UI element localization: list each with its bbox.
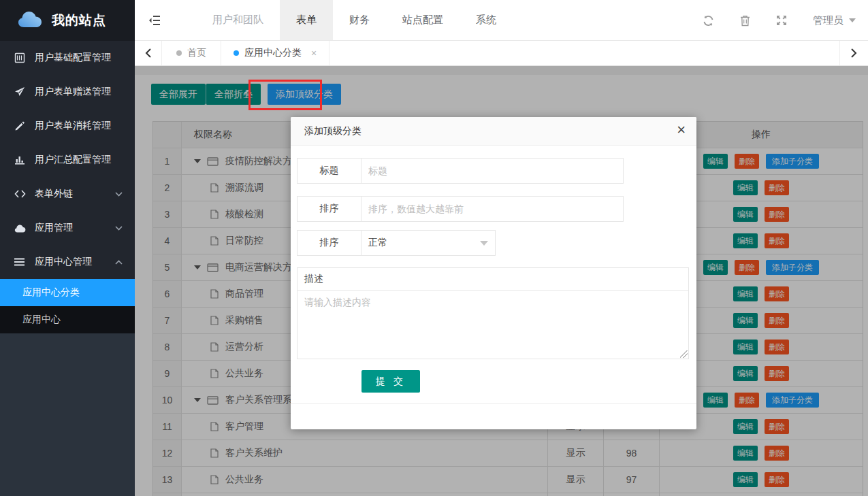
list-icon — [14, 258, 26, 266]
link-icon — [14, 189, 26, 199]
annotation-highlight-box — [248, 80, 322, 110]
sidebar-item-label: 用户表单消耗管理 — [35, 120, 123, 132]
tab-home[interactable]: 首页 — [162, 41, 221, 65]
sidebar-item-2[interactable]: 用户表单赠送管理 — [0, 75, 135, 109]
add-top-category-modal: 添加顶级分类 × 标题 排序 排序 正常 描述 提 交 — [291, 117, 696, 429]
chevron-up-icon — [115, 260, 123, 265]
top-nav: 用户和团队表单财务站点配置系统 — [196, 0, 513, 40]
sidebar-subitem-app-center[interactable]: 应用中心 — [0, 306, 135, 333]
sidebar-item-label: 表单外链 — [35, 188, 115, 200]
chart-icon — [14, 154, 26, 165]
sidebar-item-4[interactable]: 用户汇总配置管理 — [0, 143, 135, 177]
sidebar: 用户基础配置管理用户表单赠送管理用户表单消耗管理用户汇总配置管理表单外链应用管理… — [0, 41, 135, 496]
modal-footer-divider — [291, 403, 696, 404]
chevron-down-icon — [115, 226, 123, 231]
modal-header: 添加顶级分类 — [291, 117, 696, 146]
cloud-icon — [14, 224, 26, 233]
title-input[interactable] — [361, 158, 624, 184]
sidebar-collapse-icon[interactable] — [135, 0, 174, 40]
sidebar-item-7[interactable]: 应用中心管理 — [0, 245, 135, 279]
form-icon — [14, 52, 26, 63]
chevron-down-icon — [115, 192, 123, 197]
tab-status-dot — [234, 50, 239, 56]
cloud-logo-icon — [18, 10, 42, 31]
sidebar-item-6[interactable]: 应用管理 — [0, 211, 135, 245]
sidebar-item-label: 用户表单赠送管理 — [35, 86, 123, 98]
sort-field-label: 排序 — [297, 196, 361, 222]
tabs-scroll-right-icon[interactable] — [839, 41, 868, 65]
sort-form-row: 排序 — [297, 196, 624, 222]
sidebar-item-5[interactable]: 表单外链 — [0, 177, 135, 211]
submit-button[interactable]: 提 交 — [361, 370, 420, 393]
admin-user-label: 管理员 — [813, 14, 843, 27]
status-form-row: 排序 正常 — [297, 230, 496, 256]
tab-close-icon[interactable]: × — [311, 48, 317, 59]
sidebar-item-label: 应用中心管理 — [35, 256, 115, 268]
sidebar-item-label: 应用管理 — [35, 222, 115, 234]
sidebar-menu: 用户基础配置管理用户表单赠送管理用户表单消耗管理用户汇总配置管理表单外链应用管理… — [0, 41, 135, 279]
refresh-icon[interactable] — [703, 15, 714, 27]
app-window: 我的站点 用户和团队表单财务站点配置系统 管理员 用户基础配置管理用户表单赠送管… — [0, 0, 868, 496]
description-label: 描述 — [298, 268, 688, 291]
modal-close-icon[interactable]: × — [677, 122, 686, 137]
tab-app-center-category[interactable]: 应用中心分类× — [221, 41, 329, 65]
tab-label: 应用中心分类 — [244, 47, 302, 59]
trash-icon[interactable] — [740, 15, 750, 27]
top-nav-item-3[interactable]: 财务 — [333, 0, 386, 40]
description-block: 描述 — [297, 267, 689, 359]
send-icon — [14, 86, 26, 97]
top-nav-item-1[interactable]: 用户和团队 — [196, 0, 280, 40]
modal-title: 添加顶级分类 — [304, 125, 361, 137]
pen-icon — [14, 120, 26, 131]
tab-label: 首页 — [187, 47, 206, 59]
status-field-label: 排序 — [297, 230, 361, 256]
status-select-value: 正常 — [368, 237, 387, 249]
header-actions: 管理员 — [703, 0, 856, 41]
title-field-label: 标题 — [297, 158, 361, 184]
sidebar-submenu: 应用中心分类应用中心 — [0, 279, 135, 333]
top-navbar: 用户和团队表单财务站点配置系统 管理员 — [135, 0, 868, 41]
site-title: 我的站点 — [52, 12, 106, 29]
tabs-scroll-left-icon[interactable] — [135, 41, 162, 65]
title-form-row: 标题 — [297, 158, 624, 184]
sidebar-subitem-app-center-category[interactable]: 应用中心分类 — [0, 279, 135, 306]
sidebar-item-1[interactable]: 用户基础配置管理 — [0, 41, 135, 75]
sort-input[interactable] — [361, 196, 624, 222]
admin-user-dropdown[interactable]: 管理员 — [813, 14, 856, 27]
description-textarea[interactable] — [298, 291, 688, 359]
page-tabbar: 首页应用中心分类× — [135, 41, 868, 66]
tab-status-dot — [176, 50, 182, 56]
sidebar-item-label: 用户基础配置管理 — [35, 52, 123, 64]
top-nav-item-4[interactable]: 站点配置 — [386, 0, 460, 40]
top-nav-item-5[interactable]: 系统 — [460, 0, 513, 40]
logo-area: 我的站点 — [0, 0, 135, 41]
status-select[interactable]: 正常 — [361, 230, 496, 256]
textarea-resize-grip-icon[interactable] — [680, 350, 688, 358]
select-caret-icon — [480, 241, 488, 246]
sidebar-item-3[interactable]: 用户表单消耗管理 — [0, 109, 135, 143]
fullscreen-icon[interactable] — [776, 15, 787, 26]
caret-down-icon — [849, 18, 856, 22]
top-nav-item-2[interactable]: 表单 — [280, 0, 333, 40]
sidebar-item-label: 用户汇总配置管理 — [35, 154, 123, 166]
